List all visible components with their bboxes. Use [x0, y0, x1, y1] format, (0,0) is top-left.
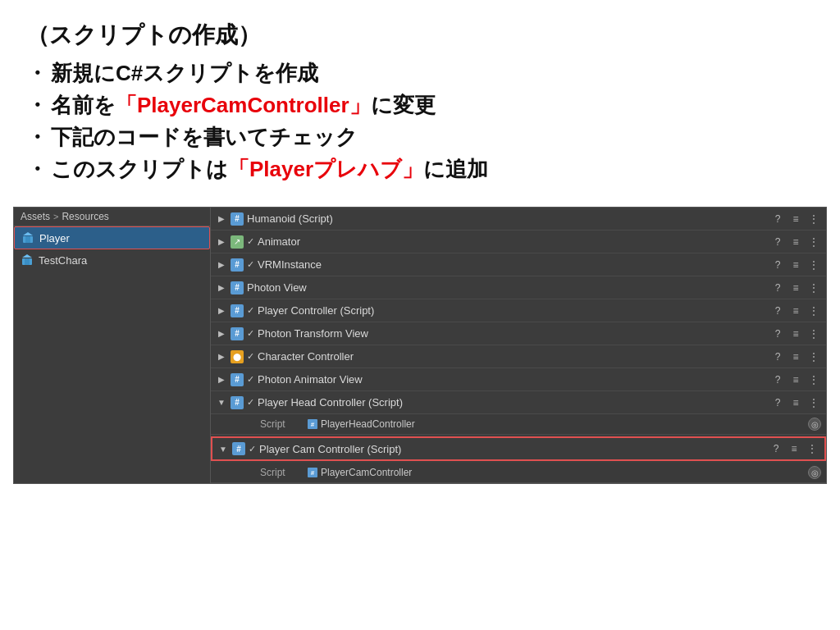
settings-btn-vrm[interactable]: ≡	[788, 258, 803, 272]
asset-name-player: Player	[39, 232, 70, 244]
svg-rect-2	[25, 236, 30, 243]
script-label-cam: Script	[260, 467, 301, 478]
script-row-cam-controller: Script # PlayerCamController ◎	[211, 463, 826, 483]
settings-btn-head-ctrl[interactable]: ≡	[788, 395, 803, 410]
char-icon-char-ctrl: ⬤	[231, 350, 244, 363]
settings-btn-animator[interactable]: ≡	[788, 235, 803, 249]
settings-btn-char-ctrl[interactable]: ≡	[788, 349, 803, 364]
expand-arrow-photon-anim[interactable]: ▶	[216, 375, 227, 384]
instruction-text-4a: このスクリプトは	[51, 155, 228, 184]
script-value-cam: # PlayerCamController	[308, 467, 412, 478]
comp-name-char-ctrl: Character Controller	[258, 350, 767, 363]
hash-icon-cam-ctrl: #	[232, 442, 245, 455]
script-row-head-controller: Script # PlayerHeadController ◎	[211, 414, 826, 435]
help-btn-photon-view[interactable]: ?	[770, 281, 785, 295]
component-cam-controller[interactable]: ▼ # ✓ Player Cam Controller (Script) ? ≡…	[211, 436, 826, 461]
menu-btn-photon-view[interactable]: ⋮	[806, 281, 821, 295]
comp-name-vrm: VRMInstance	[258, 258, 767, 271]
component-photon-anim[interactable]: ▶ # ✓ Photon Animator View ? ≡ ⋮	[211, 368, 826, 391]
script-select-btn-cam[interactable]: ◎	[808, 466, 821, 479]
check-animator[interactable]: ✓	[247, 236, 254, 247]
menu-btn-vrm[interactable]: ⋮	[806, 258, 821, 272]
settings-btn-player-ctrl[interactable]: ≡	[788, 304, 803, 318]
comp-name-head-ctrl: Player Head Controller (Script)	[258, 396, 767, 409]
help-btn-humanoid[interactable]: ?	[770, 212, 785, 226]
help-btn-char-ctrl[interactable]: ?	[770, 349, 785, 364]
expand-arrow-player-ctrl[interactable]: ▶	[216, 306, 227, 315]
menu-btn-photon-anim[interactable]: ⋮	[806, 372, 821, 387]
menu-btn-player-ctrl[interactable]: ⋮	[806, 304, 821, 318]
instruction-area: （スクリプトの作成） ・ 新規にC#スクリプトを作成 ・ 名前を 「Player…	[0, 0, 840, 200]
component-photon-transform[interactable]: ▶ # ✓ Photon Transform View ? ≡ ⋮	[211, 322, 826, 345]
expand-arrow-head-ctrl[interactable]: ▼	[216, 398, 227, 407]
asset-item-testchara[interactable]: TestChara	[14, 249, 210, 271]
testchara-prefab-icon	[21, 253, 34, 267]
script-name-head: PlayerHeadController	[321, 418, 415, 430]
assets-breadcrumb: Assets > Resources	[14, 208, 210, 226]
script-value-head: # PlayerHeadController	[308, 418, 415, 430]
component-humanoid[interactable]: ▶ # Humanoid (Script) ? ≡ ⋮	[211, 208, 826, 231]
help-btn-photon-transform[interactable]: ?	[770, 326, 785, 341]
check-photon-anim[interactable]: ✓	[247, 374, 254, 385]
check-vrm[interactable]: ✓	[247, 259, 254, 270]
expand-arrow-char-ctrl[interactable]: ▶	[216, 352, 227, 361]
instruction-text-2b: に変更	[371, 91, 436, 120]
breadcrumb-separator: >	[53, 212, 58, 221]
check-player-ctrl[interactable]: ✓	[247, 305, 254, 316]
instruction-text-3: 下記のコードを書いてチェック	[51, 123, 358, 152]
check-cam-ctrl[interactable]: ✓	[249, 444, 256, 454]
hash-icon-photon-transform: #	[231, 327, 244, 340]
check-char-ctrl[interactable]: ✓	[247, 351, 254, 362]
asset-item-player[interactable]: Player	[14, 226, 210, 249]
menu-btn-photon-transform[interactable]: ⋮	[806, 326, 821, 341]
component-char-controller[interactable]: ▶ ⬤ ✓ Character Controller ? ≡ ⋮	[211, 345, 826, 368]
component-vrminstance[interactable]: ▶ # ✓ VRMInstance ? ≡ ⋮	[211, 253, 826, 276]
script-select-btn-head[interactable]: ◎	[808, 418, 821, 431]
expand-arrow-vrm[interactable]: ▶	[216, 260, 227, 269]
anim-icon-animator: ↗	[231, 235, 244, 249]
help-btn-cam-ctrl[interactable]: ?	[769, 441, 783, 456]
hash-icon-photon-anim: #	[231, 373, 244, 386]
comp-name-player-ctrl: Player Controller (Script)	[258, 304, 767, 317]
comp-name-photon-view: Photon View	[247, 281, 767, 294]
svg-rect-5	[25, 258, 30, 265]
settings-btn-photon-anim[interactable]: ≡	[788, 372, 803, 387]
script-hash-head: #	[308, 419, 317, 429]
expand-arrow-photon-view[interactable]: ▶	[216, 283, 227, 292]
bullet-2: ・	[26, 91, 48, 120]
expand-arrow-humanoid[interactable]: ▶	[216, 214, 227, 223]
component-player-controller[interactable]: ▶ # ✓ Player Controller (Script) ? ≡ ⋮	[211, 299, 826, 322]
instruction-item-3: ・ 下記のコードを書いてチェック	[26, 123, 814, 152]
svg-marker-1	[23, 232, 33, 235]
help-btn-photon-anim[interactable]: ?	[770, 372, 785, 387]
hash-icon-photon-view: #	[231, 281, 244, 294]
menu-btn-humanoid[interactable]: ⋮	[806, 212, 821, 226]
help-btn-head-ctrl[interactable]: ?	[770, 395, 785, 410]
settings-btn-photon-transform[interactable]: ≡	[788, 326, 803, 341]
menu-btn-head-ctrl[interactable]: ⋮	[806, 395, 821, 410]
check-photon-transform[interactable]: ✓	[247, 328, 254, 339]
component-photon-view[interactable]: ▶ # Photon View ? ≡ ⋮	[211, 276, 826, 299]
expand-arrow-cam-ctrl[interactable]: ▼	[217, 445, 229, 454]
component-head-controller[interactable]: ▼ # ✓ Player Head Controller (Script) ? …	[211, 391, 826, 414]
bullet-3: ・	[26, 123, 48, 152]
hash-icon-player-ctrl: #	[231, 304, 244, 317]
help-btn-vrm[interactable]: ?	[770, 258, 785, 272]
comp-name-photon-anim: Photon Animator View	[258, 373, 767, 386]
instruction-item-2: ・ 名前を 「PlayerCamController」 に変更	[26, 91, 814, 120]
check-head-ctrl[interactable]: ✓	[247, 397, 254, 408]
component-animator[interactable]: ▶ ↗ ✓ Animator ? ≡ ⋮	[211, 231, 826, 253]
settings-btn-cam-ctrl[interactable]: ≡	[787, 441, 801, 456]
menu-btn-animator[interactable]: ⋮	[806, 235, 821, 249]
menu-btn-cam-ctrl[interactable]: ⋮	[805, 441, 819, 456]
expand-arrow-animator[interactable]: ▶	[216, 237, 227, 246]
comp-name-humanoid: Humanoid (Script)	[247, 212, 767, 225]
asset-name-testchara: TestChara	[39, 254, 87, 267]
script-hash-cam: #	[308, 468, 317, 477]
help-btn-animator[interactable]: ?	[770, 235, 785, 249]
settings-btn-humanoid[interactable]: ≡	[788, 212, 803, 226]
settings-btn-photon-view[interactable]: ≡	[788, 281, 803, 295]
menu-btn-char-ctrl[interactable]: ⋮	[806, 349, 821, 364]
expand-arrow-photon-transform[interactable]: ▶	[216, 329, 227, 338]
help-btn-player-ctrl[interactable]: ?	[770, 304, 785, 318]
